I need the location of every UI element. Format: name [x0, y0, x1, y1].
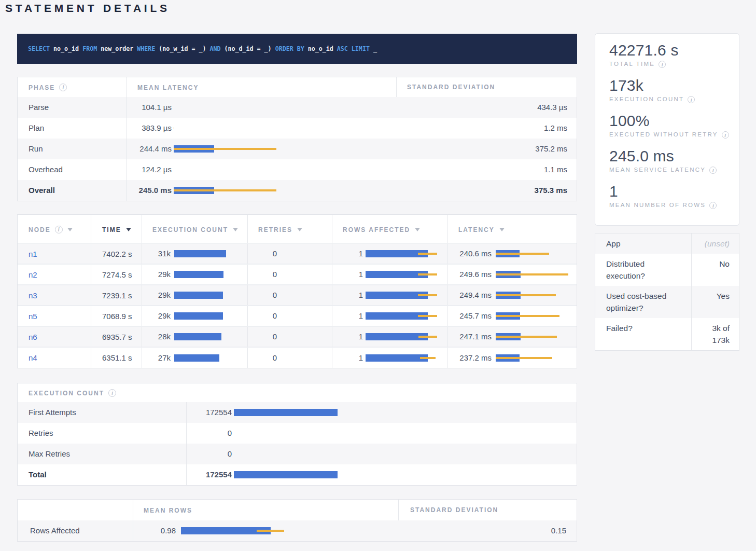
phase-info-icon[interactable] — [59, 84, 67, 91]
phase-mean-cell: 124.2 µs — [126, 159, 396, 180]
summary-stat-label: EXECUTION COUNT — [609, 95, 739, 103]
fact-value: No — [692, 254, 739, 286]
exec-row-retries: Retries0 — [18, 423, 577, 444]
node-latency-cell: 240.6 ms — [447, 244, 578, 264]
node-n3-exec-mean-bar — [174, 292, 223, 299]
column-header-label: ROWS AFFECTED — [343, 226, 410, 233]
node-exec-count-value: 29k — [142, 285, 171, 306]
node-link-n4[interactable]: n4 — [29, 353, 37, 362]
exec-row-value-cell: 0 — [186, 423, 577, 444]
phase-stddev-value: 375.3 ms — [396, 180, 578, 201]
summary-stat-info-icon[interactable] — [709, 167, 717, 174]
exec-row-total: Total172554 — [18, 464, 577, 485]
node-row-n5: n57068.9 s29k01245.7 ms — [18, 306, 577, 326]
node-cell: n4 — [18, 348, 91, 368]
node-latency-cell: 237.2 ms — [447, 348, 578, 368]
node-rows-affected-cell: 1 — [332, 244, 447, 264]
node-retries-cell: 0 — [247, 244, 332, 264]
node-link-n1[interactable]: n1 — [29, 250, 37, 258]
node-time-cell: 6351.1 s — [91, 348, 142, 368]
summary-stat-label: TOTAL TIME — [609, 60, 739, 68]
node-table-column-header-node[interactable]: NODE — [18, 215, 91, 243]
summary-stat-label-text: MEAN NUMBER OF ROWS — [609, 202, 706, 208]
node-rows-affected-value: 1 — [332, 264, 363, 285]
node-table-column-header-retries[interactable]: RETRIES — [247, 215, 332, 243]
sql-keyword: WHERE — [133, 45, 155, 52]
node-table-column-header-execution-count[interactable]: EXECUTION COUNT — [142, 215, 247, 243]
phase-mean-cell: 383.9 µs — [126, 118, 396, 139]
summary-stat-value: 173k — [609, 76, 739, 95]
summary-stat-info-icon[interactable] — [709, 202, 717, 209]
node-exec-count-value: 29k — [142, 264, 171, 285]
node-table-column-header-rows-affected[interactable]: ROWS AFFECTED — [332, 215, 447, 243]
phase-label: Overall — [18, 180, 126, 201]
column-header-label: NODE — [29, 226, 51, 233]
node-n5-rows-stddev-line — [418, 315, 437, 317]
node-exec-count-cell: 29k — [142, 306, 247, 326]
rows-affected-header-blank — [18, 500, 133, 520]
node-link-n6[interactable]: n6 — [29, 333, 37, 341]
phase-stddev-value: 434.3 µs — [396, 97, 578, 118]
node-n3-exec-bar — [174, 285, 226, 306]
sort-arrow-icon — [67, 228, 73, 231]
statement-sql-box: SELECT no_o_id FROM new_order WHERE (no_… — [17, 34, 577, 64]
node-info-icon[interactable] — [55, 226, 63, 233]
exec-row-first-attempts: First Attempts172554 — [18, 402, 577, 423]
phase-mean-value: 104.1 µs — [127, 97, 172, 118]
phase-overall-bar — [174, 180, 276, 201]
node-latency-cell: 247.1 ms — [447, 327, 578, 347]
node-n2-rows-stddev-line — [418, 273, 437, 276]
sql-identifier: (no_w_id = _) — [155, 45, 206, 52]
node-n2-latency-stddev-line — [496, 273, 568, 276]
phase-mean-cell: 245.0 ms — [126, 180, 396, 201]
sql-identifier: no_o_id — [304, 45, 333, 52]
sort-arrow-icon — [415, 228, 420, 231]
node-n6-exec-bar — [174, 326, 226, 347]
summary-stat-info-icon[interactable] — [659, 61, 666, 68]
phase-overall-stddev-line — [174, 189, 276, 191]
rows-affected-mean-cell: 0.98 — [133, 520, 398, 541]
node-latency-value: 249.6 ms — [448, 264, 492, 285]
phase-header-label: PHASE — [29, 84, 55, 91]
standard-deviation-header-label: STANDARD DEVIATION — [407, 77, 495, 97]
node-row-n3: n37239.1 s29k01249.4 ms — [18, 285, 577, 306]
summary-stat-info-icon[interactable] — [722, 131, 729, 139]
phase-label: Plan — [18, 118, 126, 139]
rows-affected-label: Rows Affected — [18, 520, 133, 541]
node-n4-latency-bar — [496, 348, 568, 368]
exec-row-max-retries: Max Retries0 — [18, 444, 577, 464]
sql-identifier: (no_d_id = _) — [221, 45, 272, 52]
exec-row-value: 172554 — [187, 464, 232, 485]
node-n3-rows-bar — [366, 285, 437, 306]
node-retries-cell: 0 — [247, 285, 332, 305]
node-retries-cell: 0 — [247, 306, 332, 326]
summary-stats-card: 42271.6 sTOTAL TIME173kEXECUTION COUNT10… — [595, 33, 739, 226]
exec-row-value: 0 — [187, 423, 232, 444]
summary-stat-value: 42271.6 s — [609, 40, 739, 60]
node-link-n2[interactable]: n2 — [29, 270, 37, 279]
fact-label: Distributed execution? — [595, 254, 692, 286]
node-link-n3[interactable]: n3 — [29, 291, 37, 300]
fact-row-3: Used cost-based optimizer?Yes — [595, 286, 739, 318]
summary-stat-info-icon[interactable] — [688, 96, 695, 103]
exec-0-mean-bar — [234, 409, 338, 416]
node-rows-affected-value: 1 — [332, 326, 363, 347]
node-exec-count-cell: 29k — [142, 285, 247, 305]
exec-row-label: Total — [18, 464, 186, 485]
phase-mean-value: 244.4 ms — [127, 139, 172, 159]
execution-count-info-icon[interactable] — [108, 389, 116, 397]
exec-row-value-cell: 0 — [186, 444, 577, 464]
sort-arrow-icon — [233, 228, 238, 231]
fact-row-4: Failed?3k of 173k — [595, 318, 739, 350]
node-retries-value: 0 — [248, 264, 277, 285]
sort-arrow-icon — [126, 228, 131, 231]
node-table-column-header-latency[interactable]: LATENCY — [447, 215, 578, 243]
exec-row-label: Retries — [18, 423, 186, 444]
phase-label: Run — [18, 139, 126, 159]
node-table-column-header-time[interactable]: TIME — [91, 215, 142, 243]
rows-affected-bar — [181, 520, 284, 541]
phase-label: Overhead — [18, 159, 126, 180]
sort-arrow-icon — [297, 228, 302, 231]
sql-keyword: ORDER BY — [272, 45, 304, 52]
node-link-n5[interactable]: n5 — [29, 312, 37, 321]
